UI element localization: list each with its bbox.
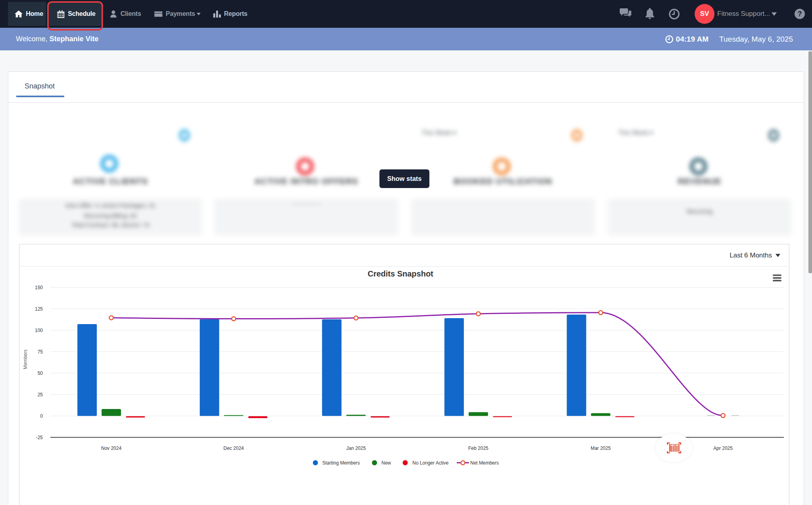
svg-text:100: 100	[35, 328, 43, 333]
svg-text:Nov 2024: Nov 2024	[101, 445, 122, 451]
svg-text:Credits Snapshot: Credits Snapshot	[368, 269, 433, 278]
svg-text:50: 50	[38, 371, 43, 376]
svg-text:-25: -25	[36, 435, 43, 440]
svg-text:150: 150	[35, 285, 43, 290]
svg-text:New: New	[381, 460, 391, 466]
svg-text:Starting Members: Starting Members	[322, 460, 360, 466]
svg-text:Dec 2024: Dec 2024	[224, 445, 244, 451]
svg-text:Net Members: Net Members	[470, 460, 499, 466]
svg-text:25: 25	[38, 392, 43, 397]
svg-text:0: 0	[40, 413, 43, 419]
svg-text:Apr 2025: Apr 2025	[713, 445, 733, 451]
svg-text:Feb 2025: Feb 2025	[468, 445, 488, 451]
svg-text:75: 75	[38, 349, 43, 355]
svg-text:Jan 2025: Jan 2025	[346, 445, 366, 451]
svg-text:125: 125	[35, 306, 43, 312]
svg-text:Members: Members	[23, 349, 28, 369]
svg-text:No Longer Active: No Longer Active	[412, 460, 449, 466]
svg-text:Mar 2025: Mar 2025	[591, 445, 611, 451]
